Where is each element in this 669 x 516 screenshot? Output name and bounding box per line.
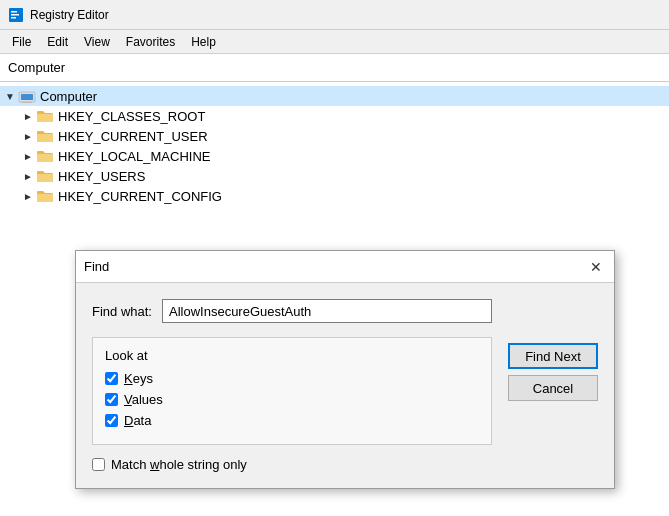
checkbox-values[interactable] xyxy=(105,393,118,406)
look-at-label: Look at xyxy=(105,348,479,363)
checkbox-match-whole-label[interactable]: Match whole string only xyxy=(111,457,247,472)
dialog-body: Find what: Look at Keys Values xyxy=(76,283,614,488)
find-next-button[interactable]: Find Next xyxy=(508,343,598,369)
dialog-overlay: Find ✕ Find what: Look at Keys xyxy=(0,0,669,516)
find-what-input[interactable] xyxy=(162,299,492,323)
checkbox-row-values: Values xyxy=(105,392,479,407)
checkbox-keys[interactable] xyxy=(105,372,118,385)
find-section: Find what: Look at Keys Values xyxy=(92,299,492,472)
checkbox-match-whole[interactable] xyxy=(92,458,105,471)
dialog-buttons: Find Next Cancel xyxy=(508,343,598,401)
checkbox-row-keys: Keys xyxy=(105,371,479,386)
checkbox-values-label[interactable]: Values xyxy=(124,392,163,407)
checkbox-keys-label[interactable]: Keys xyxy=(124,371,153,386)
checkbox-data[interactable] xyxy=(105,414,118,427)
find-dialog: Find ✕ Find what: Look at Keys xyxy=(75,250,615,489)
cancel-button[interactable]: Cancel xyxy=(508,375,598,401)
find-what-row: Find what: xyxy=(92,299,492,323)
checkbox-data-label[interactable]: Data xyxy=(124,413,151,428)
look-at-section: Look at Keys Values Data xyxy=(92,337,492,445)
dialog-title-bar: Find ✕ xyxy=(76,251,614,283)
dialog-close-button[interactable]: ✕ xyxy=(586,257,606,277)
dialog-title-text: Find xyxy=(84,259,109,274)
match-whole-row: Match whole string only xyxy=(92,457,492,472)
checkbox-row-data: Data xyxy=(105,413,479,428)
find-what-label: Find what: xyxy=(92,304,162,319)
